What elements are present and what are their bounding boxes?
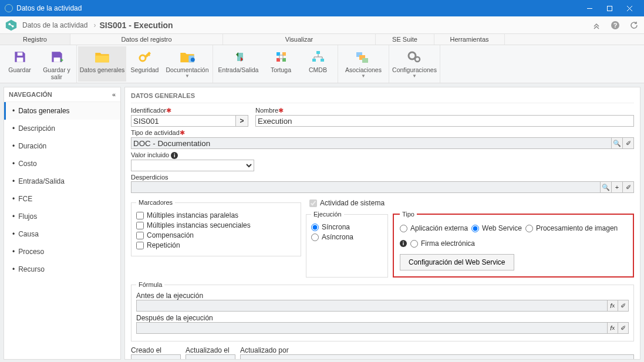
tortuga-button[interactable]: Tortuga (262, 46, 299, 82)
breadcrumb-parent[interactable]: Datos de la actividad (22, 21, 87, 29)
close-button[interactable] (619, 0, 639, 16)
desperdicios-label: Desperdicios (131, 174, 634, 181)
tab-se-suite[interactable]: SE Suite (376, 34, 434, 45)
tab-herramientas[interactable]: Herramientas (434, 34, 505, 45)
window-titlebar: Datos de la actividad (0, 0, 644, 16)
turtle-icon (272, 49, 291, 65)
collapse-icon[interactable] (591, 20, 602, 31)
marcador-compensacion[interactable]: Compensación (136, 231, 296, 239)
actualizado-el-input (186, 354, 235, 360)
svg-point-14 (191, 57, 195, 62)
nav-header: NAVEGACIÓN « (4, 87, 120, 102)
clear-icon[interactable]: ✐ (618, 300, 629, 312)
clear-icon[interactable]: ✐ (622, 181, 634, 193)
antes-input[interactable] (136, 300, 608, 312)
despues-input[interactable] (136, 322, 608, 334)
info-icon[interactable]: i (400, 240, 407, 247)
tab-visualizar[interactable]: Visualizar (223, 34, 376, 45)
tipo-web-service[interactable]: Web Service (471, 224, 522, 232)
tipo-actividad-label: Tipo de actividad✱ (131, 129, 634, 137)
ejecucion-asincrona[interactable]: Asíncrona (311, 233, 383, 241)
maximize-button[interactable] (599, 0, 619, 16)
identificador-expand-button[interactable]: > (235, 115, 248, 127)
config-webservice-button[interactable]: Configuración del Web Service (400, 254, 514, 270)
svg-text:?: ? (613, 22, 618, 29)
nav-item-datos-generales[interactable]: Datos generales (4, 102, 120, 120)
documentacion-button[interactable]: Documentación▼ (163, 46, 211, 82)
nav-item-descripcion[interactable]: Descripción (4, 120, 120, 137)
actualizado-por-input (240, 354, 634, 360)
dropdown-arrow-icon: ▼ (412, 73, 417, 79)
dropdown-arrow-icon: ▼ (185, 73, 190, 79)
refresh-icon[interactable] (629, 20, 639, 31)
datos-generales-button[interactable]: Datos generales (78, 46, 126, 82)
nav-item-recurso[interactable]: Recurso (4, 260, 120, 278)
seguridad-button[interactable]: Seguridad (126, 46, 163, 82)
minimize-button[interactable] (579, 0, 599, 16)
marcador-repeticion[interactable]: Repetición (136, 241, 296, 249)
search-icon[interactable]: 🔍 (600, 181, 612, 193)
marcador-secuenciales[interactable]: Múltiples instancias secuenciales (136, 221, 296, 229)
help-icon[interactable]: ? (610, 20, 621, 31)
nav-item-causa[interactable]: Causa (4, 225, 120, 243)
nombre-input[interactable] (255, 115, 634, 127)
assoc-icon (354, 49, 373, 65)
ejecucion-sincrona[interactable]: Síncrona (311, 223, 383, 231)
clear-icon[interactable]: ✐ (622, 137, 634, 149)
save-exit-icon (48, 49, 66, 65)
svg-rect-11 (17, 52, 22, 55)
ribbon: Guardar Guardar y salir Datos generales … (0, 45, 644, 83)
nav-item-entradasalida[interactable]: Entrada/Salida (4, 172, 120, 190)
nav-item-duracion[interactable]: Duración (4, 137, 120, 155)
formula-fieldset: Fórmula Antes de la ejecución fx ✐ Despu… (131, 281, 634, 341)
nombre-label: Nombre✱ (255, 107, 634, 114)
save-exit-button[interactable]: Guardar y salir (38, 46, 75, 82)
ejecucion-legend: Ejecución (311, 211, 344, 218)
save-button[interactable]: Guardar (1, 46, 38, 82)
nav-item-costo[interactable]: Costo (4, 155, 120, 172)
chevron-right-icon: › (93, 21, 96, 29)
info-icon[interactable]: i (171, 152, 178, 159)
configuraciones-button[interactable]: Configuraciones▼ (390, 46, 439, 82)
clear-icon[interactable]: ✐ (618, 322, 629, 334)
dropdown-arrow-icon: ▼ (361, 73, 366, 79)
svg-rect-1 (607, 6, 612, 11)
nav-item-proceso[interactable]: Proceso (4, 243, 120, 260)
fx-icon[interactable]: fx (607, 322, 618, 334)
tipo-procesamiento-imagen[interactable]: Procesamiento de imagen (525, 224, 618, 232)
actividad-sistema-checkbox[interactable]: Actividad de sistema (309, 199, 634, 207)
tab-registro[interactable]: Registro (0, 34, 70, 45)
pane-header: DATOS GENERALES (131, 92, 634, 103)
folder-icon (93, 49, 112, 65)
tipo-firma-electronica[interactable]: Firma electrónica (410, 239, 475, 248)
antes-label: Antes de la ejecución (136, 292, 203, 300)
breadcrumb-current: SIS001 - Execution (99, 21, 173, 30)
fx-icon[interactable]: fx (607, 300, 618, 312)
entrada-salida-button[interactable]: Entrada/Salida (214, 46, 262, 82)
breadcrumb: Datos de la actividad › SIS001 - Executi… (0, 16, 644, 34)
cmdb-icon (309, 49, 328, 65)
svg-rect-20 (279, 55, 283, 59)
marcador-paralelas[interactable]: Múltiples instancias paralelas (136, 211, 296, 219)
asociaciones-button[interactable]: Asociaciones▼ (339, 46, 387, 82)
identificador-input[interactable] (131, 115, 235, 127)
desperdicios-input[interactable] (131, 181, 601, 193)
nav-item-fce[interactable]: FCE (4, 190, 120, 208)
valor-incluido-label: Valor incluido i (131, 151, 254, 159)
creado-el-label: Creado el (131, 346, 181, 354)
tipo-aplicacion-externa[interactable]: Aplicación externa (400, 224, 468, 232)
nav-item-flujos[interactable]: Flujos (4, 208, 120, 225)
tipo-actividad-input[interactable] (131, 137, 612, 149)
svg-rect-12 (53, 57, 60, 62)
valor-incluido-select[interactable] (131, 160, 254, 171)
search-icon[interactable]: 🔍 (611, 137, 623, 149)
main-pane: DATOS GENERALES Identificador✱ > Nombre✱… (124, 87, 640, 360)
add-icon[interactable]: + (611, 181, 623, 193)
ribbon-tabs: RegistroDatos del registroVisualizarSE S… (0, 34, 644, 45)
marcadores-legend: Marcadores (136, 199, 175, 206)
cmdb-button[interactable]: CMDB (299, 46, 336, 82)
tab-datos-del-registro[interactable]: Datos del registro (70, 34, 223, 45)
svg-point-13 (140, 55, 146, 61)
collapse-nav-icon[interactable]: « (112, 91, 116, 98)
svg-rect-10 (16, 57, 23, 62)
